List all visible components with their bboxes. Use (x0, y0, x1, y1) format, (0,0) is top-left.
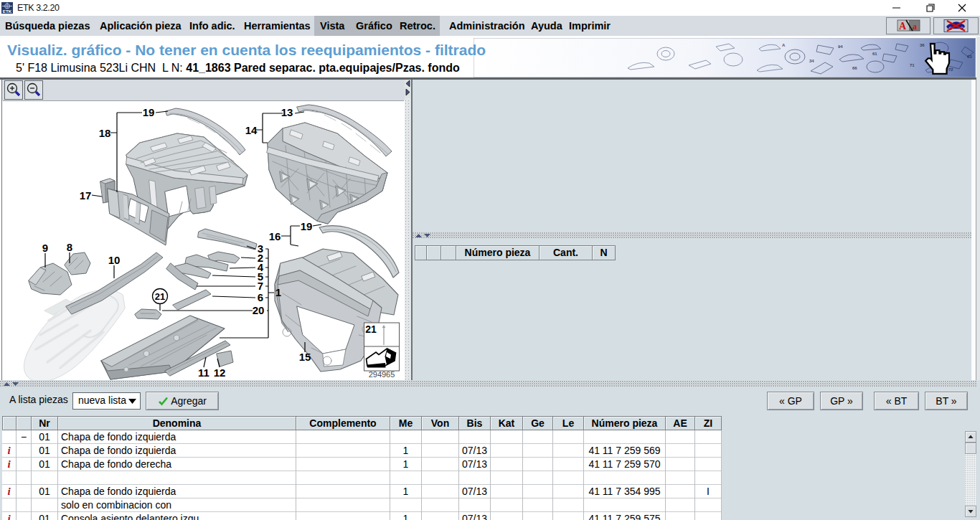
svg-text:10: 10 (108, 254, 121, 266)
svg-text:17: 17 (80, 189, 92, 202)
svg-text:1: 1 (275, 286, 281, 298)
svg-text:66: 66 (852, 66, 857, 70)
svg-text:63: 63 (967, 55, 972, 59)
svg-text:20: 20 (253, 304, 265, 316)
svg-text:6: 6 (258, 291, 263, 303)
svg-text:13: 13 (281, 106, 293, 118)
svg-text:8: 8 (67, 241, 72, 253)
svg-text:71: 71 (910, 63, 915, 67)
svg-text:9: 9 (42, 242, 48, 254)
svg-text:ETK: ETK (3, 9, 12, 14)
svg-text:19: 19 (301, 220, 313, 232)
svg-text:21: 21 (365, 323, 377, 335)
svg-text:a: a (913, 22, 917, 32)
svg-text:12: 12 (214, 367, 226, 379)
svg-text:36: 36 (920, 43, 925, 47)
svg-text:18: 18 (99, 127, 111, 139)
svg-text:19: 19 (143, 106, 155, 118)
svg-text:A: A (899, 21, 907, 32)
svg-text:21: 21 (155, 291, 165, 302)
svg-text:15: 15 (299, 351, 311, 363)
svg-text:14: 14 (245, 124, 258, 136)
svg-text:11: 11 (198, 367, 209, 379)
svg-text:16: 16 (269, 230, 281, 242)
svg-text:94: 94 (838, 44, 843, 49)
svg-text:A: A (782, 43, 786, 47)
svg-text:72: 72 (948, 67, 953, 72)
svg-text:34: 34 (809, 59, 814, 63)
svg-text:7: 7 (258, 280, 263, 292)
svg-text:294965: 294965 (369, 370, 395, 379)
svg-text:61: 61 (872, 52, 877, 56)
